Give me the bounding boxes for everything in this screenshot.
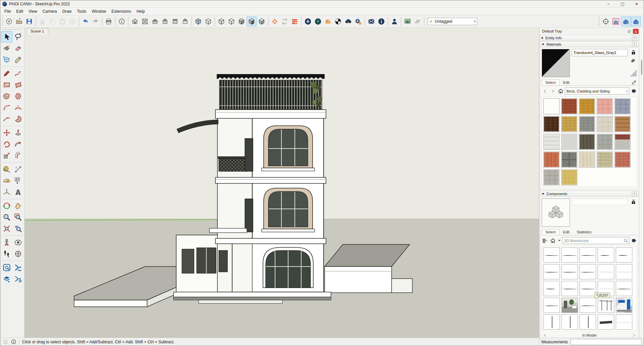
offset-tool-icon[interactable] — [12, 150, 24, 161]
material-preview[interactable] — [542, 49, 570, 77]
component-thumbnail-9[interactable] — [598, 264, 614, 279]
material-swatch-18[interactable] — [579, 152, 595, 168]
components-tab-edit[interactable]: Edit — [559, 229, 573, 235]
pan-tool-icon[interactable] — [12, 200, 24, 212]
eraser-tool-icon[interactable] — [12, 43, 24, 54]
material-swatch-10[interactable] — [614, 116, 631, 132]
add-location-icon[interactable] — [303, 16, 313, 26]
pin-icon[interactable] — [626, 28, 632, 34]
minimize-button[interactable]: – — [601, 0, 615, 7]
maximize-button[interactable]: ▢ — [615, 0, 630, 7]
material-swatch-13[interactable] — [579, 134, 595, 150]
eyedropper-icon[interactable] — [631, 79, 637, 85]
component-thumbnail-24[interactable] — [598, 314, 614, 330]
close-button[interactable]: ✕ — [630, 0, 644, 7]
palette-drag-handle[interactable] — [3, 29, 22, 31]
material-category-dropdown[interactable]: Brick, Cladding and Siding ▾ — [565, 88, 629, 95]
extension-tool-1-icon[interactable] — [1, 262, 12, 273]
protractor-tool-icon[interactable] — [1, 175, 12, 186]
rotated-rectangle-tool-icon[interactable] — [12, 79, 24, 91]
extension-tool-2-icon[interactable] — [12, 262, 24, 273]
component-preview[interactable] — [542, 198, 570, 227]
zoom-tool-icon[interactable] — [1, 212, 12, 223]
extension-diamond-icon[interactable] — [270, 16, 280, 26]
material-swatch-21[interactable] — [543, 169, 559, 185]
zoom-extents-tool-icon[interactable] — [1, 223, 12, 234]
style-monochrome-icon[interactable] — [257, 16, 267, 26]
component-thumbnail-6[interactable] — [543, 264, 560, 279]
secondary-pane-icon[interactable] — [630, 198, 636, 205]
toolbar-drag-handle[interactable] — [101, 17, 103, 26]
material-swatch-12[interactable] — [561, 134, 577, 150]
section-plane-tool-icon[interactable] — [12, 248, 24, 260]
help-info-icon[interactable] — [10, 339, 16, 345]
material-swatch-16[interactable] — [543, 152, 559, 168]
two-point-arc-tool-icon[interactable] — [1, 102, 12, 113]
model-viewport[interactable]: Scene 1 — [24, 28, 539, 338]
rectangle-tool-icon[interactable] — [1, 79, 12, 91]
menu-edit[interactable]: Edit — [13, 8, 26, 14]
style-shaded-icon[interactable] — [236, 16, 247, 26]
view-top-icon[interactable] — [140, 16, 150, 26]
paint-bucket-tool-icon[interactable] — [1, 43, 12, 54]
look-around-tool-icon[interactable] — [12, 237, 24, 248]
component-thumbnail-25[interactable] — [616, 314, 632, 330]
view-back-icon[interactable] — [170, 16, 180, 26]
save-model-icon[interactable] — [24, 16, 34, 26]
scrollbar-thumb[interactable] — [641, 60, 642, 75]
component-thumbnail-17[interactable] — [561, 298, 578, 313]
components-header[interactable]: Components × — [540, 191, 639, 197]
view-options-icon[interactable] — [542, 237, 548, 244]
toolbar-drag-handle[interactable] — [191, 17, 193, 26]
menu-window[interactable]: Window — [89, 8, 109, 14]
materials-header[interactable]: Materials × — [540, 41, 639, 47]
measurements-input[interactable] — [571, 339, 642, 345]
toolbar-drag-handle[interactable] — [114, 17, 116, 26]
material-swatch-7[interactable] — [561, 116, 577, 132]
material-swatch-6[interactable] — [543, 116, 559, 132]
print-icon[interactable] — [104, 16, 114, 26]
cloud-tool-icon[interactable] — [343, 16, 353, 26]
follow-me-tool-icon[interactable] — [12, 138, 24, 150]
materials-close-icon[interactable]: × — [632, 42, 637, 47]
line-tool-icon[interactable] — [1, 68, 12, 79]
entity-info-header[interactable]: Entity Info × — [540, 35, 639, 41]
material-name-input[interactable] — [572, 49, 628, 56]
view-iso-icon[interactable] — [130, 16, 140, 26]
position-camera-tool-icon[interactable] — [1, 237, 12, 248]
freehand-tool-icon[interactable] — [12, 68, 24, 79]
material-swatch-14[interactable] — [597, 134, 613, 150]
components-tab-select[interactable]: Select — [542, 229, 559, 235]
details-arrow-icon[interactable] — [630, 88, 637, 95]
material-swatch-11[interactable] — [543, 134, 559, 150]
forward-arrow-icon[interactable] — [549, 88, 556, 95]
toolbar-drag-handle[interactable] — [35, 17, 37, 26]
pie-tool-icon[interactable] — [12, 113, 24, 125]
component-thumbnail-18[interactable] — [580, 298, 596, 313]
rotate-tool-icon[interactable] — [1, 138, 12, 150]
style-hidden-line-icon[interactable] — [226, 16, 236, 26]
undo-icon[interactable] — [80, 16, 91, 26]
user-account-icon[interactable] — [389, 16, 399, 26]
settings-tool-icon[interactable] — [353, 16, 363, 26]
menu-tools[interactable]: Tools — [74, 8, 89, 14]
component-thumbnail-20[interactable] — [616, 298, 632, 313]
in-model-home-icon[interactable] — [549, 237, 556, 244]
component-thumbnail-5[interactable] — [616, 247, 632, 263]
tray-close-button[interactable]: x — [633, 29, 639, 34]
back-arrow-icon[interactable] — [542, 88, 548, 95]
model-info-icon[interactable] — [117, 16, 127, 26]
component-thumbnail-21[interactable] — [543, 314, 560, 330]
move-tool-icon[interactable] — [1, 127, 12, 138]
entity-info-close-icon[interactable]: × — [632, 36, 637, 40]
component-thumbnail-7[interactable] — [561, 264, 578, 279]
tag-dropdown[interactable]: ✓Untagged▾ — [428, 18, 477, 25]
component-thumbnail-10[interactable] — [616, 264, 632, 279]
3d-text-tool-icon[interactable] — [12, 186, 24, 198]
material-swatch-1[interactable] — [543, 98, 559, 114]
component-thumbnail-15[interactable] — [616, 281, 632, 296]
menu-draw[interactable]: Draw — [60, 8, 74, 14]
toolbar-drag-handle[interactable] — [78, 17, 80, 26]
component-thumbnail-12[interactable] — [561, 281, 578, 296]
component-thumbnail-3[interactable] — [580, 247, 596, 263]
